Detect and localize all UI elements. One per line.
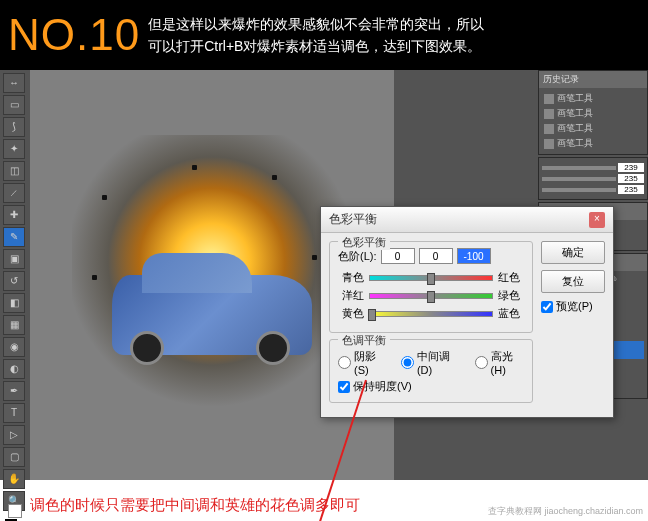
marquee-tool[interactable]: ▭	[3, 95, 25, 115]
dialog-titlebar[interactable]: 色彩平衡 ×	[321, 207, 613, 233]
history-item[interactable]: 画笔工具	[542, 106, 644, 121]
rgb-slider[interactable]: 235	[542, 174, 644, 183]
lasso-tool[interactable]: ⟆	[3, 117, 25, 137]
watermark: 查字典教程网 jiaocheng.chazidian.com	[485, 504, 646, 519]
shadows-radio[interactable]: 阴影(S)	[338, 349, 387, 376]
history-item[interactable]: 画笔工具	[542, 121, 644, 136]
brush-tool[interactable]: ✎	[3, 227, 25, 247]
hand-tool[interactable]: ✋	[3, 469, 25, 489]
color-balance-group: 色彩平衡 色阶(L): 青色 红色 洋红	[329, 241, 533, 333]
slider-handle[interactable]	[427, 291, 435, 303]
pen-tool[interactable]: ✒	[3, 381, 25, 401]
car-body	[112, 275, 312, 355]
level-input-3[interactable]	[457, 248, 491, 264]
magenta-green-slider[interactable]: 洋红 绿色	[338, 288, 524, 303]
crop-tool[interactable]: ◫	[3, 161, 25, 181]
wand-tool[interactable]: ✦	[3, 139, 25, 159]
debris	[92, 275, 97, 280]
path-tool[interactable]: ▷	[3, 425, 25, 445]
dialog-title: 色彩平衡	[329, 211, 377, 228]
brush-icon	[544, 109, 554, 119]
debris	[102, 195, 107, 200]
photoshop-workspace: ↔ ▭ ⟆ ✦ ◫ ⟋ ✚ ✎ ▣ ↺ ◧ ▦ ◉ ◐ ✒ T ▷ ▢ ✋ 🔍	[0, 70, 648, 480]
panel-title[interactable]: 历史记录	[539, 71, 647, 88]
midtones-radio[interactable]: 中间调(D)	[401, 349, 461, 376]
slider-handle[interactable]	[427, 273, 435, 285]
rgb-slider[interactable]: 239	[542, 163, 644, 172]
background-color[interactable]	[8, 504, 22, 518]
cyan-red-slider[interactable]: 青色 红色	[338, 270, 524, 285]
artwork	[72, 135, 352, 415]
level-input-2[interactable]	[419, 248, 453, 264]
history-item[interactable]: 画笔工具	[542, 91, 644, 106]
debris	[272, 175, 277, 180]
highlights-radio[interactable]: 高光(H)	[475, 349, 524, 376]
heal-tool[interactable]: ✚	[3, 205, 25, 225]
wheel	[256, 331, 290, 365]
blur-tool[interactable]: ◉	[3, 337, 25, 357]
tutorial-header: NO.10 但是这样以来爆炸的效果感貌似不会非常的突出，所以 可以打开Ctrl+…	[0, 0, 648, 70]
eyedropper-tool[interactable]: ⟋	[3, 183, 25, 203]
history-item[interactable]: 画笔工具	[542, 136, 644, 151]
step-text: 但是这样以来爆炸的效果感貌似不会非常的突出，所以 可以打开Ctrl+B对爆炸素材…	[148, 13, 484, 58]
brush-icon	[544, 139, 554, 149]
color-panel: 239 235 235	[538, 157, 648, 200]
debris	[192, 165, 197, 170]
type-tool[interactable]: T	[3, 403, 25, 423]
wheel	[130, 331, 164, 365]
gradient-tool[interactable]: ▦	[3, 315, 25, 335]
shape-tool[interactable]: ▢	[3, 447, 25, 467]
close-icon[interactable]: ×	[589, 212, 605, 228]
brush-icon	[544, 124, 554, 134]
tool-palette: ↔ ▭ ⟆ ✦ ◫ ⟋ ✚ ✎ ▣ ↺ ◧ ▦ ◉ ◐ ✒ T ▷ ▢ ✋ 🔍	[0, 70, 28, 480]
brush-icon	[544, 94, 554, 104]
history-panel: 历史记录 画笔工具 画笔工具 画笔工具 画笔工具	[538, 70, 648, 155]
ok-button[interactable]: 确定	[541, 241, 605, 264]
annotation-text: 调色的时候只需要把中间调和英雄的花色调多即可	[30, 496, 360, 515]
step-number: NO.10	[8, 10, 140, 60]
eraser-tool[interactable]: ◧	[3, 293, 25, 313]
debris	[312, 255, 317, 260]
levels-row: 色阶(L):	[338, 248, 524, 264]
level-input-1[interactable]	[381, 248, 415, 264]
slider-handle[interactable]	[368, 309, 376, 321]
preview-checkbox[interactable]: 预览(P)	[541, 299, 605, 314]
move-tool[interactable]: ↔	[3, 73, 25, 93]
rgb-slider[interactable]: 235	[542, 185, 644, 194]
yellow-blue-slider[interactable]: 黄色 蓝色	[338, 306, 524, 321]
cancel-button[interactable]: 复位	[541, 270, 605, 293]
history-brush-tool[interactable]: ↺	[3, 271, 25, 291]
dodge-tool[interactable]: ◐	[3, 359, 25, 379]
stamp-tool[interactable]: ▣	[3, 249, 25, 269]
